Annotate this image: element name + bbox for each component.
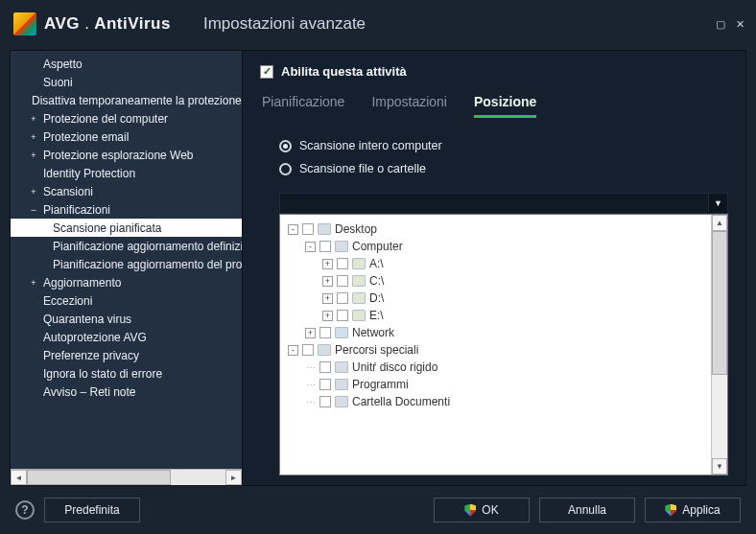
filetree-checkbox[interactable] bbox=[319, 396, 331, 407]
collapse-icon[interactable]: - bbox=[305, 242, 316, 252]
tab-posizione[interactable]: Posizione bbox=[474, 94, 536, 118]
tab-pianificazione[interactable]: Pianificazione bbox=[262, 94, 344, 118]
sidebar-item-label: Pianificazione aggiornamento definizioni bbox=[53, 240, 242, 253]
expand-icon[interactable]: + bbox=[305, 328, 316, 338]
drive-icon bbox=[352, 275, 366, 287]
radio-icon[interactable] bbox=[279, 163, 292, 175]
collapse-icon[interactable]: - bbox=[288, 345, 298, 356]
collapse-icon[interactable]: - bbox=[288, 224, 298, 235]
scan-scope-radio[interactable]: Scansione file o cartelle bbox=[279, 162, 728, 175]
help-icon[interactable]: ? bbox=[15, 500, 35, 520]
brand-text: AVG . AntiVirus bbox=[44, 14, 171, 34]
drive-icon bbox=[352, 292, 366, 304]
sidebar-item[interactable]: Suoni bbox=[11, 73, 242, 91]
tree-connector-icon: ⋯ bbox=[305, 380, 316, 390]
scroll-thumb[interactable] bbox=[712, 231, 727, 375]
filetree-row[interactable]: +C:\ bbox=[284, 272, 707, 290]
path-select-box[interactable]: ▼ bbox=[279, 193, 728, 214]
tab-impostazioni[interactable]: Impostazioni bbox=[371, 94, 447, 118]
sidebar-item[interactable]: Identity Protection bbox=[11, 164, 242, 182]
collapse-icon[interactable]: – bbox=[28, 205, 39, 215]
settings-sidebar: AspettoSuoniDisattiva temporaneamente la… bbox=[10, 50, 243, 486]
filetree-checkbox[interactable] bbox=[302, 344, 314, 356]
sidebar-item[interactable]: Ignora lo stato di errore bbox=[11, 364, 242, 383]
filetree-checkbox[interactable] bbox=[319, 241, 331, 252]
sidebar-item[interactable]: Disattiva temporaneamente la protezione bbox=[11, 91, 242, 109]
folder-icon bbox=[318, 223, 331, 235]
sidebar-item[interactable]: Aspetto bbox=[11, 55, 242, 73]
filetree-row[interactable]: ⋯Cartella Documenti bbox=[284, 393, 707, 410]
filetree-row[interactable]: +D:\ bbox=[284, 290, 707, 307]
expand-icon[interactable]: + bbox=[28, 114, 39, 124]
sidebar-item[interactable]: +Aggiornamento bbox=[11, 273, 242, 291]
sidebar-item[interactable]: +Protezione esplorazione Web bbox=[11, 146, 242, 164]
sidebar-item-label: Aspetto bbox=[43, 58, 83, 71]
expand-icon[interactable]: + bbox=[28, 151, 39, 160]
shield-icon bbox=[665, 504, 676, 517]
filetree-checkbox[interactable] bbox=[319, 379, 331, 390]
cancel-button[interactable]: Annulla bbox=[539, 498, 635, 522]
sidebar-item[interactable]: Avviso – Reti note bbox=[11, 383, 242, 401]
filetree-row[interactable]: -Percorsi speciali bbox=[284, 341, 707, 359]
scroll-thumb[interactable] bbox=[27, 470, 171, 485]
sidebar-item[interactable]: Quarantena virus bbox=[11, 310, 242, 328]
expand-icon[interactable]: + bbox=[28, 278, 39, 288]
filetree-row[interactable]: -Computer bbox=[284, 238, 707, 255]
default-button[interactable]: Predefinita bbox=[44, 498, 140, 522]
folder-icon bbox=[335, 241, 348, 252]
filetree-row[interactable]: +A:\ bbox=[284, 255, 707, 272]
sidebar-horizontal-scrollbar[interactable]: ◄ ► bbox=[11, 469, 242, 485]
sidebar-item[interactable]: Autoprotezione AVG bbox=[11, 328, 242, 346]
filetree-checkbox[interactable] bbox=[337, 310, 348, 321]
scroll-right-icon[interactable]: ► bbox=[225, 470, 242, 485]
filesystem-tree[interactable]: -Desktop-Computer+A:\+C:\+D:\+E:\+Networ… bbox=[280, 215, 711, 475]
minimize-icon[interactable]: ▢ bbox=[714, 17, 727, 31]
scroll-left-icon[interactable]: ◄ bbox=[11, 470, 27, 485]
expand-icon[interactable]: + bbox=[322, 293, 333, 304]
scan-scope-radio[interactable]: Scansione intero computer bbox=[279, 139, 728, 152]
sidebar-item[interactable]: Scansione pianificata bbox=[11, 219, 242, 237]
enable-activity-row[interactable]: ✓ Abilita questa attività bbox=[260, 64, 728, 79]
dropdown-icon[interactable]: ▼ bbox=[708, 194, 727, 213]
sidebar-item-label: Pianificazione aggiornamento del program… bbox=[53, 258, 242, 271]
filetree-label: E:\ bbox=[369, 309, 384, 322]
filetree-row[interactable]: +E:\ bbox=[284, 307, 707, 324]
filetree-vertical-scrollbar[interactable]: ▲ ▼ bbox=[711, 215, 727, 475]
filetree-row[interactable]: -Desktop bbox=[284, 221, 707, 238]
enable-activity-checkbox[interactable]: ✓ bbox=[260, 65, 273, 79]
expand-icon[interactable]: + bbox=[28, 187, 39, 197]
sidebar-item[interactable]: +Protezione del computer bbox=[11, 109, 242, 128]
scroll-track[interactable] bbox=[712, 375, 727, 458]
filetree-row[interactable]: ⋯Programmi bbox=[284, 376, 707, 393]
settings-tree[interactable]: AspettoSuoniDisattiva temporaneamente la… bbox=[11, 51, 242, 469]
filetree-label: Cartella Documenti bbox=[352, 395, 450, 408]
filetree-label: C:\ bbox=[369, 274, 384, 288]
filetree-checkbox[interactable] bbox=[337, 258, 348, 269]
sidebar-item[interactable]: Pianificazione aggiornamento del program… bbox=[11, 255, 242, 273]
filetree-row[interactable]: ⋯Unitŕ disco rigido bbox=[284, 359, 707, 376]
scroll-up-icon[interactable]: ▲ bbox=[712, 215, 727, 231]
filetree-checkbox[interactable] bbox=[337, 275, 348, 287]
expand-icon[interactable]: + bbox=[322, 259, 333, 269]
expand-icon[interactable]: + bbox=[28, 132, 39, 142]
close-icon[interactable]: ✕ bbox=[733, 17, 746, 31]
apply-button[interactable]: Applica bbox=[645, 498, 741, 522]
sidebar-item[interactable]: Eccezioni bbox=[11, 291, 242, 310]
expand-icon[interactable]: + bbox=[322, 311, 333, 321]
filetree-row[interactable]: +Network bbox=[284, 324, 707, 341]
ok-button[interactable]: OK bbox=[434, 498, 530, 522]
filetree-checkbox[interactable] bbox=[302, 223, 314, 235]
filetree-label: D:\ bbox=[369, 291, 384, 305]
radio-icon[interactable] bbox=[279, 140, 292, 152]
filetree-checkbox[interactable] bbox=[319, 361, 331, 373]
filetree-checkbox[interactable] bbox=[337, 292, 348, 304]
sidebar-item[interactable]: Pianificazione aggiornamento definizioni bbox=[11, 237, 242, 255]
filetree-checkbox[interactable] bbox=[319, 327, 331, 338]
sidebar-item-label: Protezione esplorazione Web bbox=[43, 149, 194, 162]
expand-icon[interactable]: + bbox=[322, 276, 333, 287]
sidebar-item[interactable]: –Pianificazioni bbox=[11, 200, 242, 219]
sidebar-item[interactable]: Preferenze privacy bbox=[11, 346, 242, 364]
sidebar-item[interactable]: +Protezione email bbox=[11, 128, 242, 146]
scroll-down-icon[interactable]: ▼ bbox=[712, 458, 727, 475]
sidebar-item[interactable]: +Scansioni bbox=[11, 182, 242, 200]
